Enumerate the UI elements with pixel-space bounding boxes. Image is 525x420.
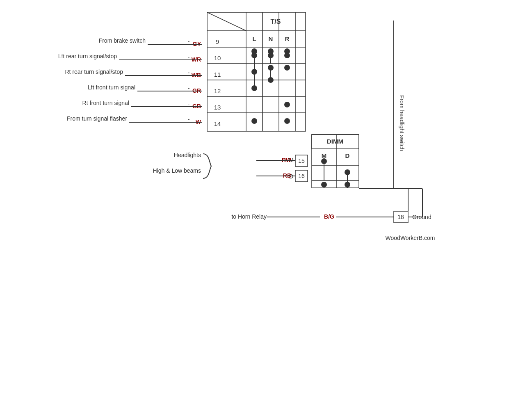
pin-11: 11 [214,71,221,78]
label-headlights: Headlights [174,152,201,158]
pin-14: 14 [214,120,221,127]
watermark: WoodWorkerB.com [386,235,435,241]
dot-13-r [284,102,290,107]
dot-11-n-bot [268,77,274,83]
label-rt-rear: Rt rear turn signal/stop [65,68,123,75]
svg-line-1 [207,12,246,31]
svg-text:-: - [188,38,190,45]
col-m-header: M [322,152,327,159]
svg-text:-: - [188,54,190,60]
label-high-low: High & Low beams [153,167,201,174]
label-rt-front: Rt front turn signal [82,100,129,106]
label-from-brake: From brake switch [99,37,146,44]
dot-10-r [284,52,290,58]
pin-15: 15 [298,158,305,164]
wiring-diagram: T/S L N R 9 10 11 12 13 [0,0,525,420]
dot-14-r [284,118,290,124]
label-lft-rear: Lft rear turn signal/stop [58,53,117,59]
col-r-header: R [285,35,290,42]
dot-11-r [284,65,290,71]
label-from-headlight: From headlight switch [399,95,405,151]
pin-18: 18 [397,214,404,220]
dot-15-m-bot [321,182,327,187]
svg-text:-: - [188,100,190,107]
pin-10: 10 [214,55,221,62]
svg-text:-: - [188,116,190,123]
dot-16-d-bot [345,182,350,187]
pin-9: 9 [216,38,219,45]
dot-14-l [251,118,257,124]
label-lft-front: Lft front turn signal [88,84,135,91]
pin-12: 12 [214,87,221,94]
col-l-header: L [252,35,256,42]
svg-text:-: - [188,85,190,91]
label-to-horn: to Horn Relay [231,213,267,220]
svg-text:-: - [188,69,190,76]
wire-bg: B/G [324,213,334,220]
label-from-flasher: From turn signal flasher [67,115,127,122]
ts-header: T/S [271,18,281,25]
pin-16: 16 [298,173,305,179]
dimm-header: DIMM [327,138,343,145]
pin-13: 13 [214,104,221,111]
col-d-header: D [345,152,350,159]
col-n-header: N [269,35,273,42]
